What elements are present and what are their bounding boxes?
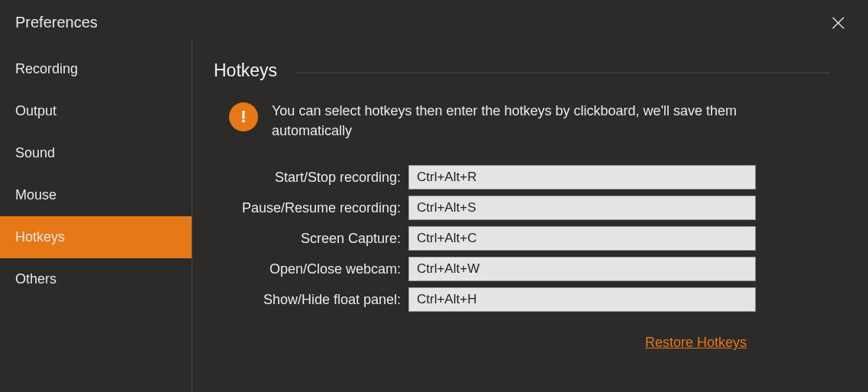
hotkey-row-pause-resume: Pause/Resume recording: — [221, 196, 830, 220]
section-title: Hotkeys — [214, 60, 830, 84]
sidebar-item-others[interactable]: Others — [0, 258, 192, 300]
hotkey-input-screen-capture[interactable] — [408, 226, 756, 251]
sidebar-item-mouse[interactable]: Mouse — [0, 174, 192, 216]
sidebar-item-label: Mouse — [15, 187, 56, 202]
hotkey-row-webcam: Open/Close webcam: — [221, 257, 830, 281]
sidebar-item-label: Sound — [15, 145, 55, 160]
sidebar-item-label: Hotkeys — [15, 229, 65, 245]
sidebar-item-label: Recording — [15, 61, 78, 76]
page-title: Preferences — [15, 14, 98, 31]
hotkey-label: Screen Capture: — [221, 231, 401, 247]
hotkey-row-float-panel: Show/Hide float panel: — [221, 287, 830, 312]
info-row: ! You can select hotkeys then enter the … — [229, 101, 830, 141]
hotkey-label: Start/Stop recording: — [221, 170, 401, 186]
hotkey-input-float-panel[interactable] — [408, 287, 756, 312]
sidebar-item-sound[interactable]: Sound — [0, 132, 192, 174]
hotkey-row-start-stop: Start/Stop recording: — [221, 165, 830, 190]
hotkey-label: Pause/Resume recording: — [221, 200, 401, 216]
sidebar-item-output[interactable]: Output — [0, 90, 192, 132]
main-panel: Hotkeys ! You can select hotkeys then en… — [192, 39, 868, 392]
warning-icon: ! — [229, 102, 258, 131]
sidebar: Recording Output Sound Mouse Hotkeys Oth… — [0, 39, 192, 392]
sidebar-item-hotkeys[interactable]: Hotkeys — [0, 216, 192, 258]
hotkey-input-pause-resume[interactable] — [408, 196, 756, 220]
sidebar-item-label: Others — [15, 271, 56, 287]
sidebar-item-label: Output — [15, 103, 56, 118]
hotkey-row-screen-capture: Screen Capture: — [221, 226, 830, 251]
hotkey-label: Show/Hide float panel: — [221, 292, 401, 308]
hotkey-form: Start/Stop recording: Pause/Resume recor… — [221, 165, 830, 312]
hotkey-input-webcam[interactable] — [408, 257, 756, 281]
hotkey-label: Open/Close webcam: — [221, 261, 401, 277]
header: Preferences — [0, 0, 868, 39]
hotkey-input-start-stop[interactable] — [408, 165, 756, 190]
restore-hotkeys-link[interactable]: Restore Hotkeys — [645, 335, 747, 351]
info-text: You can select hotkeys then enter the ho… — [272, 101, 799, 141]
close-icon[interactable] — [830, 15, 847, 31]
sidebar-item-recording[interactable]: Recording — [0, 48, 192, 90]
